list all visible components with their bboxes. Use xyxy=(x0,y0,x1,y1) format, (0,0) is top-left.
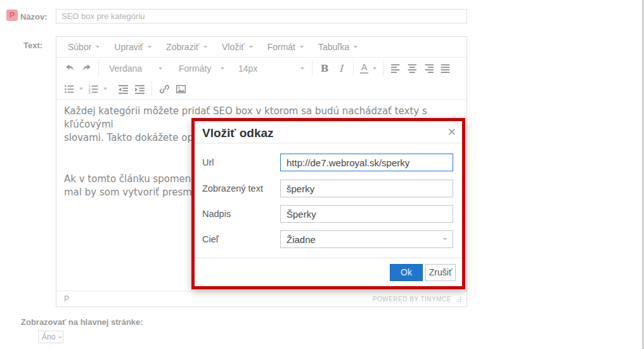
font-size-select[interactable]: 14px xyxy=(235,60,308,77)
chevron-down-icon xyxy=(354,46,357,48)
bullet-list-button[interactable] xyxy=(61,81,86,97)
display-text-input[interactable] xyxy=(280,180,453,197)
align-right-button[interactable] xyxy=(420,60,437,77)
insert-image-button[interactable] xyxy=(172,81,189,97)
svg-text:3: 3 xyxy=(89,90,91,94)
chevron-down-icon xyxy=(203,46,207,48)
url-input[interactable] xyxy=(280,154,453,171)
toolbar-divider xyxy=(353,61,354,76)
align-justify-button[interactable] xyxy=(437,60,453,77)
menubar: Súbor Upraviť Zobraziť Vložiť Formát Tab… xyxy=(56,37,467,58)
menu-vlozit[interactable]: Vložiť xyxy=(216,39,259,55)
align-justify-icon xyxy=(440,63,451,74)
align-right-icon xyxy=(423,63,434,74)
toolbar-divider xyxy=(312,61,312,76)
nazov-input[interactable] xyxy=(56,9,467,23)
menu-upravit[interactable]: Upraviť xyxy=(108,39,158,55)
redo-button[interactable] xyxy=(78,60,94,77)
toolbar-row-2: 123 xyxy=(56,79,467,100)
url-label: Url xyxy=(202,154,214,171)
forecolor-button[interactable]: A xyxy=(357,60,379,77)
dialog-header[interactable]: Vložiť odkaz × xyxy=(195,121,462,143)
chevron-down-icon xyxy=(58,334,63,340)
image-icon xyxy=(176,84,186,95)
link-icon xyxy=(159,84,170,95)
target-select[interactable]: Žiadne xyxy=(280,230,453,248)
align-center-icon xyxy=(407,63,418,74)
chevron-down-icon xyxy=(300,46,304,48)
undo-icon xyxy=(65,63,75,74)
chevron-down-icon xyxy=(373,67,377,70)
redo-icon xyxy=(81,63,92,74)
menu-format[interactable]: Formát xyxy=(261,39,310,55)
outdent-button[interactable] xyxy=(115,81,131,97)
bullet-list-icon xyxy=(64,84,75,95)
chevron-down-icon xyxy=(158,67,162,70)
indent-icon xyxy=(134,84,145,95)
insert-link-dialog: Vložiť odkaz × Url Zobrazený text Nadpis… xyxy=(191,118,465,289)
forecolor-icon: A xyxy=(360,63,368,74)
chevron-down-icon xyxy=(221,67,224,70)
resize-grip-icon[interactable] xyxy=(455,296,461,302)
display-text-label: Zobrazený text xyxy=(202,180,263,197)
chevron-down-icon xyxy=(103,88,107,90)
toolbar-divider xyxy=(151,81,152,96)
menu-subor[interactable]: Súbor xyxy=(61,39,106,55)
undo-button[interactable] xyxy=(61,60,78,77)
insert-link-button[interactable] xyxy=(156,81,172,97)
chevron-down-icon xyxy=(79,88,83,90)
dialog-title: Vložiť odkaz xyxy=(202,126,274,140)
toolbar-row-1: Verdana Formáty 14px B I A xyxy=(56,58,467,79)
title-input[interactable] xyxy=(280,205,453,223)
outdent-icon xyxy=(118,84,129,95)
align-left-icon xyxy=(390,63,401,74)
show-on-homepage-label: Zobrazovať na hlavnej stránke: xyxy=(21,317,143,327)
branding: POWERED BY TINYMCE xyxy=(373,296,461,303)
cancel-button[interactable]: Zrušiť xyxy=(425,264,456,281)
ok-button[interactable]: Ok xyxy=(390,264,423,281)
language-flag-icon: P xyxy=(6,10,18,21)
chevron-down-icon xyxy=(249,46,253,48)
numbered-list-button[interactable]: 123 xyxy=(86,81,110,97)
element-path[interactable]: P xyxy=(64,294,69,303)
italic-button[interactable]: I xyxy=(333,60,349,77)
title-label: Nadpis xyxy=(202,205,231,223)
chevron-down-icon xyxy=(300,67,304,70)
menu-tabulka[interactable]: Tabuľka xyxy=(312,39,364,55)
toolbar-divider xyxy=(98,61,99,76)
chevron-down-icon xyxy=(443,238,447,240)
close-icon[interactable]: × xyxy=(448,124,456,140)
nazov-label: Názov: xyxy=(20,12,48,22)
bold-icon: B xyxy=(321,63,329,74)
menu-zobrazit[interactable]: Zobraziť xyxy=(160,39,214,55)
chevron-down-icon xyxy=(96,46,100,48)
toolbar-divider xyxy=(383,61,383,76)
bold-button[interactable]: B xyxy=(316,60,333,77)
text-label: Text: xyxy=(23,41,42,50)
target-label: Cieľ xyxy=(202,230,219,248)
statusbar: P POWERED BY TINYMCE xyxy=(56,291,467,306)
chevron-down-icon xyxy=(148,46,151,48)
numbered-list-icon: 123 xyxy=(88,84,99,95)
dialog-footer: Ok Zrušiť xyxy=(195,258,462,286)
italic-icon: I xyxy=(337,63,345,74)
align-center-button[interactable] xyxy=(404,60,420,77)
formats-select[interactable]: Formáty xyxy=(175,60,228,77)
indent-button[interactable] xyxy=(131,81,148,97)
align-left-button[interactable] xyxy=(387,60,404,77)
show-on-homepage-select[interactable]: Áno xyxy=(38,331,63,343)
font-family-select[interactable]: Verdana xyxy=(105,60,166,77)
